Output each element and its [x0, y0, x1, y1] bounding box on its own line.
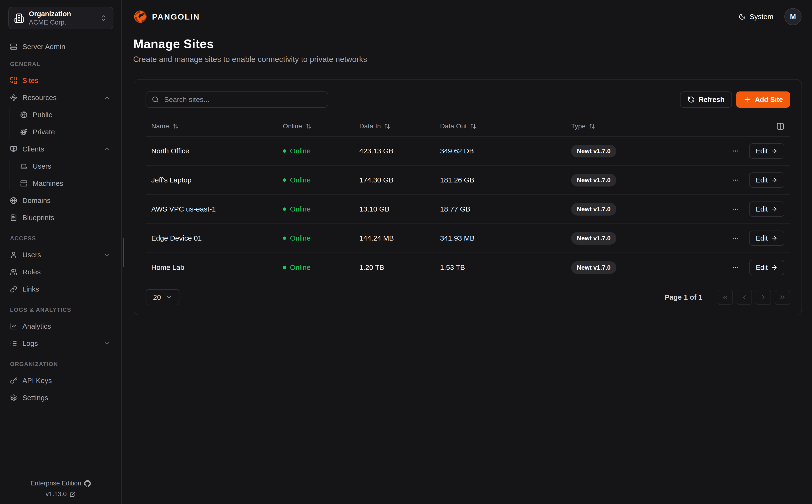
- sidebar-item-label: Logs: [22, 339, 38, 348]
- edit-button[interactable]: Edit: [749, 172, 784, 188]
- table-row[interactable]: AWS VPC us-east-1 Online 13.10 GB 18.77 …: [146, 195, 790, 224]
- avatar[interactable]: M: [784, 8, 802, 25]
- more-options-button[interactable]: [731, 147, 740, 155]
- more-options-button[interactable]: [731, 176, 740, 184]
- type-badge: Newt v1.7.0: [571, 145, 616, 157]
- sidebar-item-server-admin[interactable]: Server Admin: [8, 40, 114, 54]
- status-cell: Online: [283, 263, 359, 272]
- sidebar-item-client-users[interactable]: Users: [20, 159, 114, 173]
- section-label-logs-analytics: LOGS & ANALYTICS: [10, 307, 114, 313]
- data-in-value: 174.30 GB: [359, 176, 440, 184]
- sidebar-item-private[interactable]: Private: [20, 125, 114, 139]
- chevron-up-icon: [104, 94, 110, 101]
- edit-label: Edit: [756, 176, 768, 184]
- column-header-name[interactable]: Name: [146, 122, 283, 130]
- gear-icon: [10, 394, 17, 401]
- column-header-data-in[interactable]: Data In: [359, 122, 440, 130]
- edit-button[interactable]: Edit: [749, 260, 784, 275]
- status-cell: Online: [283, 176, 359, 184]
- sidebar-item-machines[interactable]: Machines: [20, 176, 114, 190]
- organization-selector[interactable]: Organization ACME Corp.: [8, 7, 113, 29]
- plus-icon: [743, 96, 751, 103]
- chevron-down-icon: [166, 294, 172, 300]
- edit-label: Edit: [756, 205, 768, 213]
- sidebar-item-label: Roles: [22, 268, 41, 276]
- sidebar-item-settings[interactable]: Settings: [8, 391, 114, 405]
- more-options-button[interactable]: [731, 234, 740, 242]
- last-page-button[interactable]: [775, 290, 790, 305]
- online-dot-icon: [283, 149, 286, 153]
- next-page-button[interactable]: [756, 290, 771, 305]
- sidebar-item-analytics[interactable]: Analytics: [8, 319, 114, 333]
- table-row[interactable]: North Office Online 423.13 GB 349.62 DB …: [146, 137, 790, 166]
- section-label-access: ACCESS: [10, 235, 114, 242]
- sidebar-item-links[interactable]: Links: [8, 282, 114, 296]
- page-size-select[interactable]: 20: [146, 289, 179, 305]
- version-label: v1.13.0: [46, 490, 67, 498]
- column-visibility-button[interactable]: [776, 122, 784, 130]
- arrow-right-icon: [771, 177, 778, 183]
- column-header-type[interactable]: Type: [571, 122, 727, 130]
- arrow-right-icon: [771, 264, 778, 271]
- first-page-button[interactable]: [718, 290, 733, 305]
- search-icon: [152, 96, 159, 103]
- edit-label: Edit: [756, 264, 768, 272]
- sidebar-item-resources[interactable]: Resources: [8, 91, 114, 105]
- type-badge: Newt v1.7.0: [571, 174, 616, 186]
- sidebar-item-label: Links: [22, 285, 39, 293]
- table-row[interactable]: Edge Device 01 Online 144.24 MB 341.93 M…: [146, 224, 790, 253]
- sidebar-item-api-keys[interactable]: API Keys: [8, 374, 114, 388]
- table-row[interactable]: Home Lab Online 1.20 TB 1.53 TB Newt v1.…: [146, 253, 790, 282]
- column-header-online[interactable]: Online: [283, 122, 359, 130]
- sidebar-item-public[interactable]: Public: [20, 108, 114, 122]
- add-site-button[interactable]: Add Site: [736, 91, 790, 108]
- sidebar-item-roles[interactable]: Roles: [8, 265, 114, 279]
- data-out-value: 349.62 DB: [440, 147, 571, 155]
- column-header-data-out[interactable]: Data Out: [440, 122, 571, 130]
- arrow-right-icon: [771, 235, 778, 242]
- sidebar-item-sites[interactable]: Sites: [8, 74, 114, 87]
- refresh-button[interactable]: Refresh: [680, 91, 732, 108]
- status-badge: Online: [290, 176, 311, 184]
- theme-toggle[interactable]: System: [739, 13, 773, 21]
- status-cell: Online: [283, 205, 359, 213]
- edit-button[interactable]: Edit: [749, 202, 784, 217]
- waypoints-icon: [10, 94, 17, 101]
- status-badge: Online: [290, 205, 311, 213]
- sidebar-item-label: Server Admin: [22, 43, 65, 51]
- edit-button[interactable]: Edit: [749, 143, 784, 159]
- sidebar-item-domains[interactable]: Domains: [8, 194, 114, 207]
- more-options-button[interactable]: [731, 205, 740, 213]
- sidebar-nav: Server Admin GENERAL Sites Resources Pub…: [0, 40, 121, 476]
- sidebar-item-clients[interactable]: Clients: [8, 142, 114, 156]
- monitor-up-icon: [10, 146, 17, 153]
- table-row[interactable]: Jeff's Laptop Online 174.30 GB 181.26 GB…: [146, 166, 790, 195]
- sidebar-scrollbar-thumb[interactable]: [123, 238, 124, 267]
- github-icon[interactable]: [84, 480, 91, 487]
- column-label: Name: [151, 122, 169, 130]
- sidebar-item-label: Users: [33, 162, 51, 170]
- chevron-down-icon: [104, 252, 110, 258]
- online-dot-icon: [283, 178, 286, 182]
- status-cell: Online: [283, 234, 359, 242]
- external-link-icon[interactable]: [70, 491, 76, 497]
- site-name: Jeff's Laptop: [146, 176, 283, 184]
- pangolin-logo-icon: [133, 9, 148, 24]
- previous-page-button[interactable]: [737, 290, 752, 305]
- page-subtitle: Create and manage sites to enable connec…: [133, 55, 801, 64]
- edit-button[interactable]: Edit: [749, 231, 784, 246]
- sidebar-item-logs[interactable]: Logs: [8, 337, 114, 350]
- logs-list-icon: [10, 340, 17, 347]
- sidebar-item-blueprints[interactable]: Blueprints: [8, 211, 114, 225]
- edit-label: Edit: [756, 234, 768, 242]
- data-out-value: 1.53 TB: [440, 263, 571, 272]
- sidebar-item-users[interactable]: Users: [8, 248, 114, 262]
- sort-icon: [173, 123, 179, 129]
- sidebar-item-label: Machines: [33, 179, 63, 187]
- search-input[interactable]: [146, 91, 328, 108]
- online-dot-icon: [283, 207, 286, 211]
- moon-icon: [739, 13, 746, 20]
- data-in-value: 1.20 TB: [359, 263, 440, 272]
- column-label: Type: [571, 122, 586, 130]
- more-options-button[interactable]: [731, 263, 740, 272]
